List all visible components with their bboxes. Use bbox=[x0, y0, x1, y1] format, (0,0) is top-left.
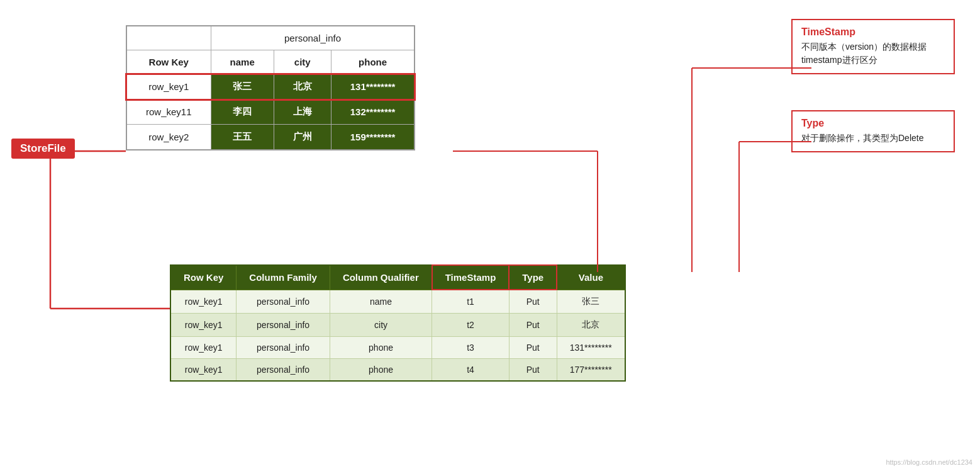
b-row4-family: personal_info bbox=[237, 358, 330, 381]
top-row-1: row_key1 张三 北京 131******** bbox=[126, 74, 415, 99]
top-table-wrapper: personal_info Row Key name city phone ro… bbox=[126, 25, 415, 150]
storefile-label: StoreFile bbox=[11, 139, 75, 159]
b-row2-qualifier: city bbox=[330, 313, 432, 336]
top-table-corner bbox=[126, 26, 211, 50]
bottom-table-wrapper: Row Key Column Family Column Qualifier T… bbox=[170, 264, 626, 382]
b-row1-qualifier: name bbox=[330, 290, 432, 313]
bottom-row-2: row_key1 personal_info city t2 Put 北京 bbox=[170, 313, 625, 336]
top-row3-key: row_key2 bbox=[126, 125, 211, 150]
watermark: https://blog.csdn.net/dc1234 bbox=[886, 458, 972, 466]
b-row3-type: Put bbox=[509, 336, 557, 358]
b-row2-value: 北京 bbox=[557, 313, 625, 336]
bottom-table: Row Key Column Family Column Qualifier T… bbox=[170, 264, 626, 382]
personal-info-header: personal_info bbox=[211, 26, 415, 50]
top-row2-name: 李四 bbox=[211, 99, 274, 125]
top-row3-phone: 159******** bbox=[331, 125, 415, 150]
b-row2-type: Put bbox=[509, 313, 557, 336]
col-city: city bbox=[274, 50, 331, 74]
bottom-table-header-row: Row Key Column Family Column Qualifier T… bbox=[170, 265, 625, 290]
top-row3-name: 王五 bbox=[211, 125, 274, 150]
bottom-col-value: Value bbox=[557, 265, 625, 290]
col-name: name bbox=[211, 50, 274, 74]
b-row3-qualifier: phone bbox=[330, 336, 432, 358]
b-row2-family: personal_info bbox=[237, 313, 330, 336]
bottom-row-4: row_key1 personal_info phone t4 Put 177*… bbox=[170, 358, 625, 381]
top-row1-city: 北京 bbox=[274, 74, 331, 99]
b-row3-family: personal_info bbox=[237, 336, 330, 358]
top-row2-phone: 132******** bbox=[331, 99, 415, 125]
top-row1-key: row_key1 bbox=[126, 74, 211, 99]
annotation-timestamp-body: 不同版本（version）的数据根据timestamp进行区分 bbox=[801, 40, 945, 67]
bottom-col-timestamp: TimeStamp bbox=[432, 265, 509, 290]
main-container: StoreFile personal_info Row Key name cit… bbox=[0, 0, 980, 471]
b-row1-timestamp: t1 bbox=[432, 290, 509, 313]
b-row4-qualifier: phone bbox=[330, 358, 432, 381]
b-row1-value: 张三 bbox=[557, 290, 625, 313]
b-row3-key: row_key1 bbox=[170, 336, 237, 358]
top-row3-city: 广州 bbox=[274, 125, 331, 150]
col-rowkey: Row Key bbox=[126, 50, 211, 74]
annotation-timestamp-title: TimeStamp bbox=[801, 26, 945, 38]
top-row-2: row_key11 李四 上海 132******** bbox=[126, 99, 415, 125]
b-row4-value: 177******** bbox=[557, 358, 625, 381]
top-row-3: row_key2 王五 广州 159******** bbox=[126, 125, 415, 150]
col-phone: phone bbox=[331, 50, 415, 74]
bottom-col-type: Type bbox=[509, 265, 557, 290]
top-row1-phone: 131******** bbox=[331, 74, 415, 99]
b-row2-key: row_key1 bbox=[170, 313, 237, 336]
annotation-type-title: Type bbox=[801, 118, 945, 129]
top-row2-city: 上海 bbox=[274, 99, 331, 125]
b-row1-family: personal_info bbox=[237, 290, 330, 313]
top-row1-name: 张三 bbox=[211, 74, 274, 99]
annotation-type: Type 对于删除操作，其类型为Delete bbox=[791, 110, 955, 152]
b-row2-timestamp: t2 bbox=[432, 313, 509, 336]
top-table: personal_info Row Key name city phone ro… bbox=[126, 25, 415, 150]
bottom-row-1: row_key1 personal_info name t1 Put 张三 bbox=[170, 290, 625, 313]
bottom-col-family: Column Family bbox=[237, 265, 330, 290]
annotation-type-body: 对于删除操作，其类型为Delete bbox=[801, 132, 945, 145]
b-row4-timestamp: t4 bbox=[432, 358, 509, 381]
b-row3-value: 131******** bbox=[557, 336, 625, 358]
bottom-col-qualifier: Column Qualifier bbox=[330, 265, 432, 290]
b-row4-type: Put bbox=[509, 358, 557, 381]
b-row3-timestamp: t3 bbox=[432, 336, 509, 358]
annotation-timestamp: TimeStamp 不同版本（version）的数据根据timestamp进行区… bbox=[791, 19, 955, 74]
bottom-col-rowkey: Row Key bbox=[170, 265, 237, 290]
b-row1-key: row_key1 bbox=[170, 290, 237, 313]
b-row1-type: Put bbox=[509, 290, 557, 313]
top-row2-key: row_key11 bbox=[126, 99, 211, 125]
bottom-row-3: row_key1 personal_info phone t3 Put 131*… bbox=[170, 336, 625, 358]
b-row4-key: row_key1 bbox=[170, 358, 237, 381]
